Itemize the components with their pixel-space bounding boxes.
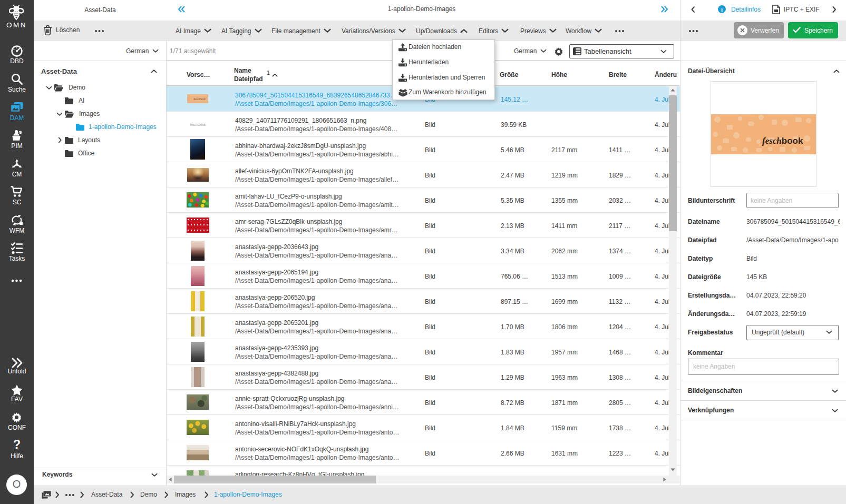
svg-text:P: P bbox=[19, 131, 21, 134]
